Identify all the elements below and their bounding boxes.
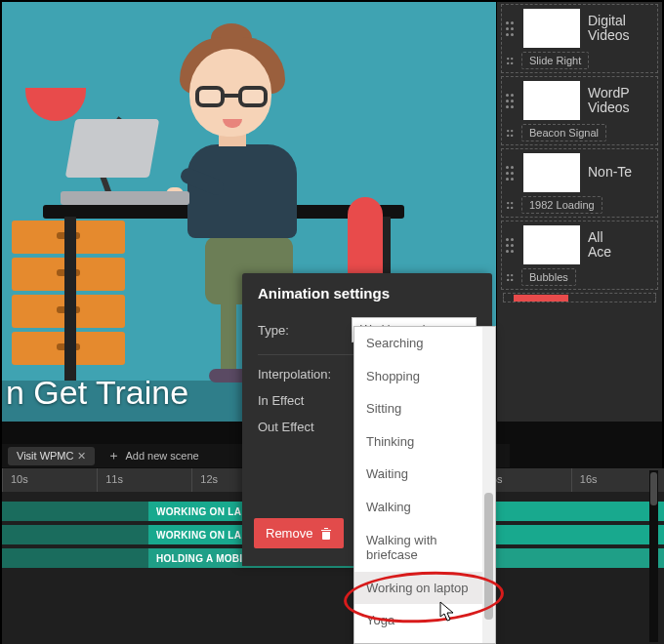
glasses-icon — [195, 86, 268, 109]
close-icon[interactable]: ✕ — [77, 450, 86, 463]
add-scene-button[interactable]: ＋ Add new scene — [99, 444, 207, 467]
character-body — [187, 144, 297, 238]
dropdown-option[interactable]: Searching — [354, 327, 495, 360]
track-gap — [2, 525, 148, 544]
dropdown-option[interactable]: Yoga — [354, 604, 495, 637]
project-row[interactable]: DigitalVideosSlide Right — [501, 4, 658, 73]
panel-title: Animation settings — [242, 273, 492, 311]
character-leg — [221, 301, 236, 373]
project-title: DigitalVideos — [588, 14, 630, 44]
progress-chunk — [514, 295, 568, 302]
drag-handle-icon[interactable] — [506, 238, 516, 253]
trash-icon — [320, 527, 332, 540]
transition-tag[interactable]: Slide Right — [521, 52, 589, 69]
dropdown-option[interactable]: Shopping — [354, 360, 495, 393]
drag-handle-icon[interactable] — [507, 273, 515, 280]
drag-handle-icon[interactable] — [506, 166, 516, 181]
desk-leg — [64, 217, 76, 381]
transition-tag[interactable]: Bubbles — [521, 268, 576, 286]
type-label: Type: — [258, 323, 342, 338]
remove-label: Remove — [266, 526, 312, 541]
dropdown-option[interactable]: Walking — [354, 491, 495, 524]
sidebar-progress-row[interactable] — [503, 293, 656, 302]
drag-handle-icon[interactable] — [507, 57, 515, 63]
app-root: n Get Traine DigitalVideosSlide RightWor… — [0, 0, 664, 644]
scene-chip[interactable]: Visit WPMC ✕ — [8, 447, 95, 465]
transition-tag[interactable]: Beacon Signal — [521, 124, 606, 141]
in-effect-label: In Effect — [258, 393, 342, 408]
scene-chip-label: Visit WPMC — [17, 450, 73, 462]
dropdown-option[interactable]: Working on laptop — [354, 572, 495, 605]
track-gap — [2, 548, 148, 568]
scrollbar-thumb[interactable] — [650, 472, 657, 505]
project-thumbnail[interactable] — [523, 225, 580, 264]
interpolation-label: Interpolation: — [258, 367, 342, 382]
out-effect-label: Out Effect — [258, 420, 342, 434]
project-thumbnail[interactable] — [523, 81, 580, 120]
drag-handle-icon[interactable] — [506, 21, 516, 36]
type-dropdown[interactable]: SearchingShoppingSittingThinkingWaitingW… — [353, 326, 496, 644]
laptop-icon — [61, 160, 191, 207]
plus-icon: ＋ — [107, 447, 120, 464]
dropdown-option[interactable]: Sitting — [354, 392, 495, 425]
dropdown-scrollbar[interactable] — [482, 327, 495, 643]
add-scene-label: Add new scene — [125, 450, 198, 462]
project-row[interactable]: AllAceBubbles — [501, 221, 658, 290]
slide-title-text: n Get Traine — [2, 365, 241, 420]
project-row[interactable]: WordPVideosBeacon Signal — [501, 76, 658, 145]
drag-handle-icon[interactable] — [506, 94, 516, 108]
project-title: WordPVideos — [588, 86, 630, 116]
transition-tag[interactable]: 1982 Loading — [521, 196, 602, 214]
timeline-scrollbar[interactable] — [649, 470, 658, 642]
ruler-tick: 11s — [97, 468, 191, 492]
remove-button[interactable]: Remove — [254, 518, 344, 548]
project-thumbnail[interactable] — [523, 153, 580, 192]
scrollbar-thumb[interactable] — [484, 493, 493, 620]
lamp-icon — [25, 88, 86, 121]
dropdown-option[interactable]: Walking with briefcase — [354, 524, 495, 572]
project-thumbnail[interactable] — [523, 9, 580, 48]
project-title: AllAce — [588, 230, 611, 261]
ruler-tick: 10s — [2, 468, 97, 492]
dropdown-option[interactable]: Waiting — [354, 458, 495, 491]
drag-handle-icon[interactable] — [507, 201, 515, 208]
project-title: Non-Te — [588, 165, 632, 180]
track-gap — [2, 502, 148, 521]
project-row[interactable]: Non-Te1982 Loading — [501, 148, 658, 218]
dropdown-option[interactable]: Thinking — [354, 425, 495, 459]
drag-handle-icon[interactable] — [507, 129, 515, 136]
project-sidebar: DigitalVideosSlide RightWordPVideosBeaco… — [496, 2, 662, 422]
